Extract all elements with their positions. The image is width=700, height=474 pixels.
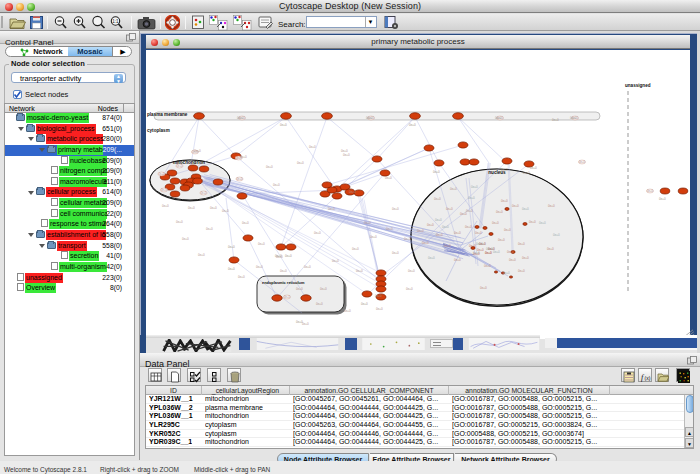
svg-text:0e+0: 0e+0 — [237, 116, 244, 120]
svg-text:0e+0: 0e+0 — [309, 145, 316, 149]
svg-text:0e+0: 0e+0 — [553, 233, 560, 237]
svg-text:0e+0: 0e+0 — [507, 250, 514, 254]
svg-text:0e+0: 0e+0 — [433, 170, 440, 174]
svg-text:0e+0: 0e+0 — [498, 238, 505, 242]
svg-text:0e+0: 0e+0 — [480, 286, 487, 290]
svg-text:0e+0: 0e+0 — [356, 269, 363, 273]
svg-text:0e+0: 0e+0 — [435, 218, 442, 222]
svg-text:0e+0: 0e+0 — [176, 220, 183, 224]
svg-text:0e+0: 0e+0 — [570, 116, 577, 120]
svg-text:0e+0: 0e+0 — [296, 287, 303, 291]
svg-text:0e+0: 0e+0 — [492, 221, 499, 225]
svg-text:0e+0: 0e+0 — [469, 244, 476, 248]
svg-text:0e+0: 0e+0 — [228, 245, 235, 249]
svg-text:0e+0: 0e+0 — [392, 207, 399, 211]
svg-text:0e+0: 0e+0 — [436, 233, 443, 237]
svg-text:0e+0: 0e+0 — [238, 275, 245, 279]
svg-text:0e+0: 0e+0 — [375, 294, 382, 298]
svg-text:0e+0: 0e+0 — [161, 188, 167, 192]
svg-text:0e+0: 0e+0 — [450, 187, 457, 191]
svg-text:0e+0: 0e+0 — [273, 183, 280, 187]
svg-text:0e+0: 0e+0 — [237, 177, 243, 181]
svg-text:0e+0: 0e+0 — [466, 209, 473, 213]
svg-text:0e+0: 0e+0 — [503, 271, 510, 275]
svg-text:0e+0: 0e+0 — [266, 165, 273, 169]
svg-text:0e+0: 0e+0 — [427, 223, 434, 227]
svg-text:0e+0: 0e+0 — [162, 204, 169, 208]
svg-text:0e+0: 0e+0 — [422, 241, 429, 245]
svg-text:0e+0: 0e+0 — [406, 287, 413, 291]
svg-text:0e+0: 0e+0 — [314, 231, 321, 235]
svg-text:0e+0: 0e+0 — [529, 220, 536, 224]
svg-text:0e+0: 0e+0 — [454, 231, 461, 235]
svg-text:0e+0: 0e+0 — [284, 295, 290, 299]
svg-text:0e+0: 0e+0 — [479, 242, 486, 246]
svg-text:0e+0: 0e+0 — [428, 256, 435, 260]
svg-text:0e+0: 0e+0 — [501, 199, 508, 203]
svg-text:unassigned: unassigned — [625, 83, 651, 88]
svg-text:0e+0: 0e+0 — [404, 237, 411, 241]
svg-text:0e+0: 0e+0 — [547, 247, 554, 251]
svg-text:endoplasmic reticulum: endoplasmic reticulum — [262, 280, 305, 285]
svg-text:0e+0: 0e+0 — [304, 265, 311, 269]
svg-text:0e+0: 0e+0 — [496, 210, 503, 214]
svg-text:0e+0: 0e+0 — [409, 123, 416, 127]
svg-text:0e+0: 0e+0 — [454, 258, 461, 262]
svg-text:0e+0: 0e+0 — [512, 204, 519, 208]
svg-text:0e+0: 0e+0 — [392, 251, 399, 255]
svg-text:0e+0: 0e+0 — [210, 206, 217, 210]
svg-text:0e+0: 0e+0 — [444, 244, 451, 248]
svg-text:0e+0: 0e+0 — [297, 161, 304, 165]
svg-text:0e+0: 0e+0 — [495, 116, 502, 120]
svg-text:0e+0: 0e+0 — [475, 231, 482, 235]
svg-text:0e+0: 0e+0 — [385, 176, 392, 180]
svg-text:0e+0: 0e+0 — [332, 259, 339, 263]
svg-text:0e+0: 0e+0 — [386, 227, 393, 231]
svg-text:0e+0: 0e+0 — [328, 207, 335, 211]
svg-text:0e+0: 0e+0 — [194, 149, 201, 153]
svg-text:0e+0: 0e+0 — [366, 116, 373, 120]
svg-text:0e+0: 0e+0 — [465, 225, 472, 229]
svg-text:0e+0: 0e+0 — [522, 256, 529, 260]
svg-text:0e+0: 0e+0 — [522, 207, 529, 211]
svg-text:0e+0: 0e+0 — [523, 171, 530, 175]
svg-text:0e+0: 0e+0 — [296, 320, 303, 324]
svg-text:0e+0: 0e+0 — [548, 204, 555, 208]
svg-text:0e+0: 0e+0 — [343, 153, 350, 157]
svg-text:0e+0: 0e+0 — [376, 307, 383, 311]
svg-text:0e+0: 0e+0 — [471, 185, 478, 189]
svg-text:0e+0: 0e+0 — [659, 197, 666, 201]
svg-text:0e+0: 0e+0 — [341, 149, 348, 153]
svg-text:0e+0: 0e+0 — [177, 164, 183, 168]
svg-text:0e+0: 0e+0 — [258, 242, 265, 246]
svg-text:1:1: 1:1 — [112, 19, 119, 24]
svg-text:0e+0: 0e+0 — [485, 251, 492, 255]
svg-text:0e+0: 0e+0 — [275, 254, 282, 258]
svg-text:0e+0: 0e+0 — [352, 247, 359, 251]
svg-text:0e+0: 0e+0 — [361, 302, 368, 306]
svg-text:0e+0: 0e+0 — [468, 196, 475, 200]
svg-text:0e+0: 0e+0 — [280, 269, 287, 273]
svg-text:0e+0: 0e+0 — [344, 309, 351, 313]
svg-text:0e+0: 0e+0 — [579, 160, 585, 164]
svg-text:0e+0: 0e+0 — [349, 190, 356, 194]
svg-text:0e+0: 0e+0 — [201, 191, 207, 195]
svg-text:0e+0: 0e+0 — [222, 209, 229, 213]
svg-text:0e+0: 0e+0 — [539, 221, 546, 225]
svg-text:0e+0: 0e+0 — [182, 237, 189, 241]
svg-text:0e+0: 0e+0 — [530, 166, 537, 170]
svg-text:cytoplasm: cytoplasm — [147, 128, 170, 133]
svg-text:0e+0: 0e+0 — [484, 264, 491, 268]
svg-text:0e+0: 0e+0 — [647, 189, 653, 193]
svg-text:0e+0: 0e+0 — [442, 225, 449, 229]
svg-text:0e+0: 0e+0 — [228, 267, 235, 271]
svg-text:0e+0: 0e+0 — [488, 247, 495, 251]
svg-text:0e+0: 0e+0 — [460, 212, 467, 216]
svg-text:0e+0: 0e+0 — [509, 258, 516, 262]
svg-text:0e+0: 0e+0 — [518, 242, 525, 246]
svg-text:0e+0: 0e+0 — [302, 322, 309, 326]
svg-text:(x): (x) — [644, 375, 650, 381]
svg-text:0e+0: 0e+0 — [417, 229, 424, 233]
svg-text:0e+0: 0e+0 — [240, 155, 247, 159]
svg-text:0e+0: 0e+0 — [408, 269, 415, 273]
